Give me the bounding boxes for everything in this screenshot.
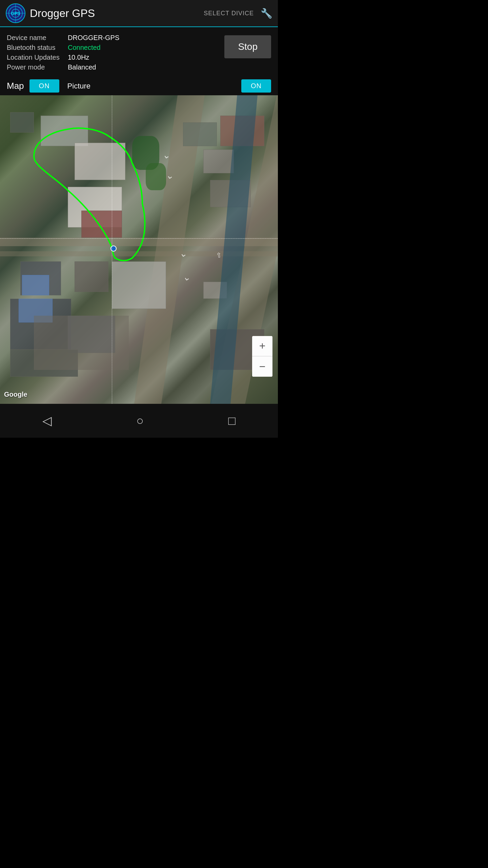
home-nav-icon[interactable]: ○ (136, 414, 144, 428)
power-value: Balanced (68, 63, 119, 71)
app-logo: GPS (5, 3, 26, 23)
location-label: Location Updates (7, 54, 68, 61)
back-nav-icon[interactable]: ◁ (42, 414, 52, 428)
info-panel: Device name DROGGER-GPS Bluetooth status… (0, 27, 278, 77)
location-value: 10.0Hz (68, 54, 119, 61)
zoom-in-button[interactable]: + (252, 336, 272, 356)
zoom-controls: + − (252, 336, 272, 377)
navigation-bar: ◁ ○ □ (0, 404, 278, 438)
view-toggle-bar: Map ON Picture ON (0, 77, 278, 95)
map-view[interactable]: ⌄ ⌄ ⌄ ⌄ ⇧ (0, 95, 278, 404)
map-container[interactable]: ⌄ ⌄ ⌄ ⌄ ⇧ + − Google (0, 95, 278, 404)
bluetooth-label: Bluetooth status (7, 44, 68, 52)
app-title: Drogger GPS (30, 7, 204, 20)
device-name-label: Device name (7, 34, 68, 42)
settings-icon[interactable]: 🔧 (261, 8, 272, 19)
power-label: Power mode (7, 63, 68, 71)
zoom-out-button[interactable]: − (252, 356, 272, 377)
bluetooth-status: Connected (68, 44, 119, 52)
device-name-value: DROGGER-GPS (68, 34, 119, 42)
recent-nav-icon[interactable]: □ (228, 414, 236, 428)
select-device-button[interactable]: SELECT DIVICE (204, 10, 254, 17)
picture-on-button[interactable]: ON (241, 79, 271, 93)
map-label: Map (7, 81, 24, 91)
device-info: Device name DROGGER-GPS Bluetooth status… (7, 34, 119, 71)
stop-button[interactable]: Stop (224, 35, 271, 58)
google-watermark: Google (4, 391, 27, 398)
map-on-button[interactable]: ON (29, 79, 59, 93)
svg-text:GPS: GPS (11, 11, 20, 16)
header: GPS Drogger GPS SELECT DIVICE 🔧 (0, 0, 278, 27)
picture-label: Picture (67, 82, 90, 91)
